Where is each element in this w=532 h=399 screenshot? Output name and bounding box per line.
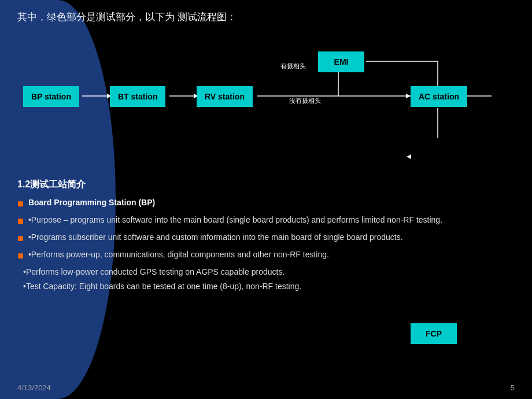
- bullet-3: ■ •Performs power-up, communications, di…: [17, 249, 515, 264]
- rv-station-label: RV station: [205, 92, 245, 101]
- bp-station-label: BP station: [31, 92, 71, 101]
- fcp-station-box: FCP: [411, 323, 457, 344]
- line-label-with-camera: 有摄相头: [280, 62, 306, 71]
- emi-station-box: EMI: [318, 51, 364, 72]
- page-title: 其中，绿色部分是测试部分，以下为 测试流程图：: [17, 10, 515, 24]
- fcp-area: FCP: [17, 144, 515, 179]
- emi-station-label: EMI: [334, 57, 349, 66]
- bullet-text-1: •Purpose – programs unit software into t…: [28, 214, 442, 226]
- bullet-1: ■ •Purpose – programs unit software into…: [17, 214, 515, 229]
- bt-station-box: BT station: [110, 86, 165, 107]
- plain-bullet-1: •Test Capacity: Eight boards can be test…: [17, 280, 515, 293]
- rv-station-box: RV station: [197, 86, 253, 107]
- ac-station-box: AC station: [411, 86, 467, 107]
- bp-station-box: BP station: [23, 86, 79, 107]
- fcp-station-label: FCP: [426, 329, 442, 338]
- bullet-section: ■ Board Programming Station (BP) ■ •Purp…: [17, 197, 515, 293]
- flow-diagram: BP station BT station RV station EMI AC …: [17, 34, 515, 138]
- svg-marker-13: [407, 154, 411, 159]
- footer-date: 4/13/2024: [17, 383, 51, 392]
- ac-station-label: AC station: [419, 92, 459, 101]
- bullet-dot-2: ■: [17, 231, 24, 246]
- bullet-dot-0: ■: [17, 196, 24, 212]
- fcp-arrow: [17, 144, 515, 179]
- section-heading: 1.2测试工站简介: [17, 179, 515, 191]
- bullet-dot-1: ■: [17, 213, 24, 229]
- svg-marker-7: [406, 94, 411, 98]
- footer: 4/13/2024 5: [17, 383, 515, 392]
- bullet-text-2: •Programs subscriber unit software and c…: [28, 231, 403, 243]
- line-label-no-camera: 没有摄相头: [289, 97, 321, 105]
- bullet-2: ■ •Programs subscriber unit software and…: [17, 231, 515, 246]
- bullet-dot-3: ■: [17, 248, 24, 264]
- bullet-text-3: •Performs power-up, communications, digi…: [28, 249, 329, 261]
- bullet-0: ■ Board Programming Station (BP): [17, 197, 515, 212]
- bt-station-label: BT station: [118, 92, 157, 101]
- footer-page: 5: [511, 383, 515, 392]
- bullet-text-0: Board Programming Station (BP): [28, 197, 155, 209]
- plain-bullet-0: •Performs low-power conducted GPS testin…: [17, 266, 515, 278]
